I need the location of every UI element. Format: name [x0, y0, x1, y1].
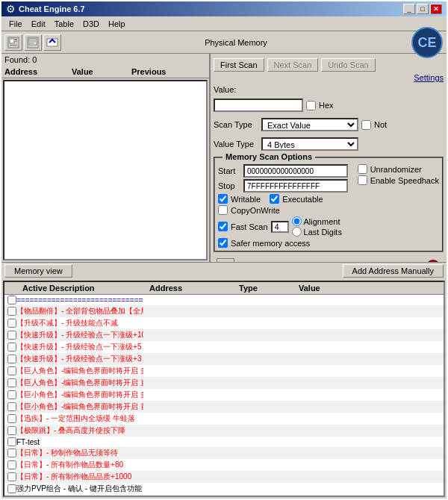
speedhack-label: Enable Speedhack — [370, 176, 439, 185]
item-checkbox[interactable] — [7, 378, 16, 387]
settings-link[interactable]: Settings — [414, 73, 444, 82]
start-row: Start — [218, 164, 352, 178]
list-item[interactable]: 【日常】- 秒制作物品无须等待 </span> — [4, 447, 444, 459]
svg-rect-4 — [10, 45, 17, 46]
list-item[interactable]: IM模式 - 拥有IM模式加成 — [4, 495, 444, 497]
bottom-panel[interactable]: Active Description Address Type Value ==… — [3, 281, 445, 497]
main-area: Found: 0 Address Value Previous First Sc… — [1, 54, 447, 262]
hex-label: Hex — [319, 101, 334, 110]
item-desc: 【迅疾】- 一定范围内全场缓 牛蛙落 — [16, 413, 143, 424]
scan-type-select[interactable]: Exact Value — [261, 118, 358, 131]
item-checkbox[interactable] — [7, 296, 16, 304]
speedhack-row: Enable Speedhack — [358, 175, 439, 185]
stop-input[interactable] — [243, 179, 348, 193]
minimize-button[interactable]: _ — [403, 4, 415, 14]
item-checkbox[interactable] — [7, 414, 16, 423]
toolbar-btn-3[interactable] — [43, 34, 61, 51]
value-type-row: Value Type 4 Bytes — [214, 137, 444, 151]
svg-rect-1 — [10, 39, 14, 43]
undo-scan-button[interactable]: Undo Scan — [321, 58, 375, 72]
item-checkbox[interactable] — [7, 343, 16, 351]
list-item[interactable]: 【巨人角色】-编辑角色界面时将开启 多样变化 </span> — [4, 365, 444, 377]
not-checkbox[interactable] — [361, 120, 371, 130]
toolbar-btn-2[interactable] — [24, 34, 42, 51]
list-item[interactable]: 【巨人角色】-编辑角色界面时将开启 直接变大 </span> — [4, 377, 444, 389]
menu-help[interactable]: Help — [104, 18, 130, 30]
list-item[interactable]: FT-test — [4, 437, 444, 447]
list-item[interactable]: 强力PVP组合 - 确认 - 键开启包含功能 — [4, 483, 444, 495]
safer-memory-label: Safer memory access — [231, 239, 310, 248]
executable-label: Executable — [282, 195, 323, 204]
menu-bar: File Edit Table D3D Help — [1, 16, 447, 31]
value-input[interactable] — [214, 99, 303, 112]
item-checkbox[interactable] — [7, 307, 16, 316]
svg-text:CE: CE — [417, 35, 436, 50]
list-item[interactable]: 【快速升级】- 升级经验点一下涨级+100 </span> — [4, 329, 444, 341]
writable-checkbox[interactable] — [218, 194, 228, 204]
copy-on-write-checkbox[interactable] — [218, 205, 228, 215]
alignment-row: Alignment — [292, 216, 342, 226]
list-item[interactable]: 【快速升级】- 升级经验点一下涨级+3 </span> — [4, 353, 444, 365]
list-item[interactable]: 【日常】- 所有制作物品品质+1000 </span> — [4, 471, 444, 483]
value-type-label: Value Type — [214, 140, 258, 149]
item-checkbox[interactable] — [7, 390, 16, 399]
hex-checkbox[interactable] — [306, 101, 316, 110]
bottom-list: ========================================… — [4, 295, 444, 497]
toolbar-btn-1[interactable] — [4, 34, 22, 51]
item-desc: IM模式 - 拥有IM模式加成 — [16, 496, 143, 497]
list-item[interactable]: 【巨小角色】-编辑角色界面时将开启 多样变化 </span> — [4, 389, 444, 401]
item-checkbox[interactable] — [7, 437, 16, 446]
col-header-type: Type — [239, 284, 299, 293]
item-checkbox[interactable] — [7, 354, 16, 363]
first-scan-button[interactable]: First Scan — [214, 58, 264, 72]
mem-view-button[interactable]: Memory view — [4, 264, 72, 278]
address-list[interactable] — [3, 80, 208, 260]
stop-row: Stop — [218, 179, 352, 193]
fast-scan-checkbox[interactable] — [218, 222, 228, 231]
menu-file[interactable]: File — [4, 18, 27, 30]
item-desc: 【巨人角色】-编辑角色界面时将开启 直接变大 — [16, 378, 143, 388]
item-checkbox[interactable] — [7, 402, 16, 411]
list-item[interactable]: 【物品翻倍】- 全部背包物品叠加【全局刷新】 </span> — [4, 305, 444, 317]
close-button[interactable]: ✕ — [430, 4, 442, 14]
last-digits-label: Last Digits — [304, 228, 342, 237]
alignment-radio[interactable] — [292, 216, 302, 226]
list-item[interactable]: 【升级不减】- 升级技能点不减 </span> — [4, 317, 444, 329]
menu-d3d[interactable]: D3D — [78, 18, 104, 30]
item-checkbox[interactable] — [7, 331, 16, 340]
menu-edit[interactable]: Edit — [27, 18, 50, 30]
address-list-header: Address Value Previous — [1, 66, 209, 78]
value-type-select[interactable]: 4 Bytes — [261, 137, 358, 151]
speedhack-checkbox[interactable] — [358, 175, 367, 185]
safer-memory-checkbox[interactable] — [218, 238, 228, 248]
list-item[interactable]: 【迅疾】- 一定范围内全场缓 牛蛙落 — [4, 413, 444, 425]
item-checkbox[interactable] — [7, 319, 16, 328]
item-checkbox[interactable] — [7, 366, 16, 375]
item-checkbox[interactable] — [7, 460, 16, 469]
right-options: Unrandomizer Enable Speedhack — [358, 164, 439, 237]
unrandomizer-row: Unrandomizer — [358, 164, 439, 174]
item-checkbox[interactable] — [7, 484, 16, 493]
list-item[interactable]: 【巨小角色】-编辑角色界面时将开启 首接变小 </span> — [4, 401, 444, 413]
list-item[interactable]: 【快速升级】- 升级经验点一下涨级+5 </span> — [4, 341, 444, 353]
bottom-actions-top: 🔧 — [214, 257, 444, 262]
maximize-button[interactable]: □ — [417, 4, 429, 14]
list-item[interactable]: 【日常】- 所有制作物品数量+80 </span> — [4, 459, 444, 471]
last-digits-radio[interactable] — [292, 227, 302, 237]
item-checkbox[interactable] — [7, 449, 16, 457]
item-checkbox[interactable] — [7, 496, 16, 497]
list-item[interactable]: 【极限跳】- 叠高高度并使按下降 — [4, 425, 444, 437]
fast-scan-input[interactable] — [271, 221, 289, 233]
item-checkbox[interactable] — [7, 426, 16, 435]
item-desc: 【极限跳】- 叠高高度并使按下降 — [16, 425, 143, 436]
executable-checkbox[interactable] — [270, 194, 279, 204]
next-scan-button[interactable]: Next Scan — [267, 58, 319, 72]
start-input[interactable] — [243, 164, 348, 178]
unrandomizer-checkbox[interactable] — [358, 164, 367, 174]
list-item[interactable]: ========================================… — [4, 295, 444, 305]
add-address-button[interactable]: Add Address Manually — [343, 264, 444, 278]
wrench-button[interactable]: 🔧 — [217, 258, 234, 262]
stop-button[interactable] — [426, 260, 441, 262]
menu-table[interactable]: Table — [50, 18, 78, 30]
item-checkbox[interactable] — [7, 472, 16, 481]
